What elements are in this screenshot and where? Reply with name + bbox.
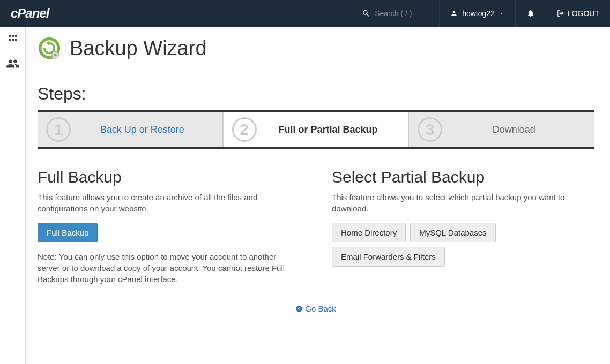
full-backup-title: Full Backup <box>38 168 300 186</box>
step-num: 3 <box>418 117 442 142</box>
bell-icon <box>526 9 535 18</box>
footer: 68.0.37 Home Trademarks Documentation <box>38 358 594 365</box>
go-back-wrap: Go Back <box>38 304 594 315</box>
user-menu[interactable]: howtog22 <box>440 0 516 27</box>
username: howtog22 <box>462 9 495 18</box>
chevron-down-icon <box>499 11 504 16</box>
go-back-label: Go Back <box>305 304 336 313</box>
home-directory-button[interactable]: Home Directory <box>332 223 406 242</box>
email-forwarders-button[interactable]: Email Forwarders & Filters <box>332 247 445 267</box>
step-num: 2 <box>232 117 257 142</box>
full-backup-section: Full Backup This feature allows you to c… <box>38 168 300 285</box>
full-backup-button[interactable]: Full Backup <box>38 223 98 242</box>
content: Backup Wizard Steps: 1 Back Up or Restor… <box>26 27 610 364</box>
notifications-button[interactable] <box>516 0 546 27</box>
full-backup-desc: This feature allows you to create an arc… <box>38 192 300 214</box>
svg-point-3 <box>54 54 57 57</box>
users-icon[interactable] <box>6 57 20 73</box>
logout-icon <box>557 10 564 17</box>
go-back-link[interactable]: Go Back <box>295 304 336 313</box>
search-icon[interactable] <box>362 9 370 18</box>
steps-row: 1 Back Up or Restore 2 Full or Partial B… <box>38 110 594 149</box>
logout-button[interactable]: LOGOUT <box>546 9 599 18</box>
step-label: Back Up or Restore <box>81 124 214 135</box>
step-2: 2 Full or Partial Backup <box>224 112 410 147</box>
sidebar <box>0 27 26 364</box>
search-input[interactable] <box>375 9 428 18</box>
search-wrap <box>362 0 440 27</box>
step-1[interactable]: 1 Back Up or Restore <box>38 112 224 147</box>
step-3: 3 Download <box>409 112 594 147</box>
user-icon <box>450 10 458 17</box>
mysql-databases-button[interactable]: MySQL Databases <box>410 223 495 242</box>
apps-icon[interactable] <box>6 33 19 48</box>
steps-label: Steps: <box>38 84 594 104</box>
backup-wizard-icon <box>38 36 61 60</box>
cpanel-logo[interactable] <box>11 6 49 21</box>
logout-label: LOGOUT <box>568 9 599 18</box>
partial-backup-section: Select Partial Backup This feature allow… <box>332 168 594 285</box>
back-arrow-icon <box>295 305 303 313</box>
topbar: howtog22 LOGOUT <box>0 0 610 27</box>
step-num: 1 <box>46 117 71 142</box>
svg-point-4 <box>296 306 302 312</box>
partial-backup-title: Select Partial Backup <box>332 168 594 186</box>
page-title: Backup Wizard <box>70 37 207 60</box>
step-label: Download <box>453 124 585 135</box>
step-label: Full or Partial Backup <box>267 124 400 135</box>
page-header: Backup Wizard <box>38 36 594 69</box>
partial-backup-desc: This feature allows you to select which … <box>332 192 594 214</box>
full-backup-note: Note: You can only use this option to mo… <box>38 251 300 285</box>
